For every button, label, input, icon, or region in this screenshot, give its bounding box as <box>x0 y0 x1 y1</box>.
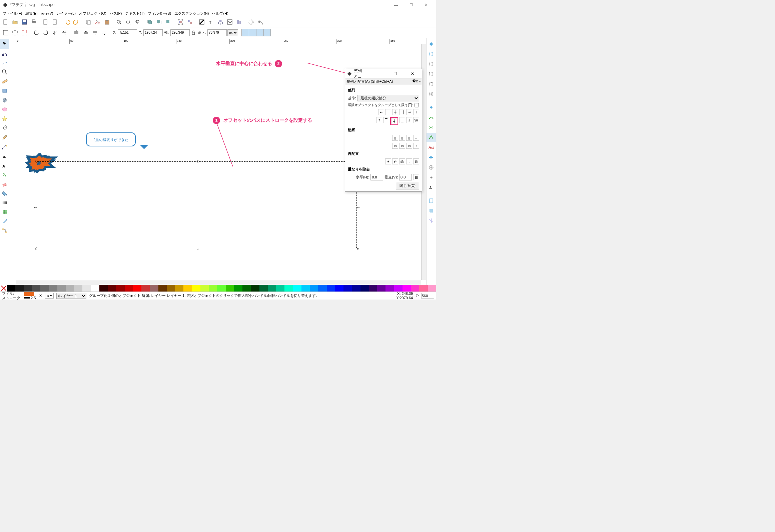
palette-swatch[interactable] <box>175 285 183 292</box>
palette-swatch[interactable] <box>74 285 82 292</box>
palette-swatch[interactable] <box>49 285 57 292</box>
calligraphy-tool[interactable] <box>0 151 9 161</box>
bezier-tool[interactable] <box>0 142 9 151</box>
palette-swatch[interactable] <box>167 285 175 292</box>
menu-view[interactable]: 表示(V) <box>40 10 55 17</box>
snap-bbox[interactable] <box>427 49 436 59</box>
unlink-clone-button[interactable] <box>164 18 173 26</box>
ellipse-tool[interactable] <box>0 105 9 114</box>
palette-swatch[interactable] <box>7 285 15 292</box>
palette-swatch[interactable] <box>209 285 217 292</box>
flip-v-button[interactable] <box>60 28 69 37</box>
snap-guide[interactable] <box>427 216 436 225</box>
snap-bbox-corner[interactable] <box>427 69 436 79</box>
snap-bbox-center[interactable] <box>427 89 436 99</box>
align-left[interactable]: ▏ <box>385 109 391 115</box>
dist-bottom[interactable]: ▭ <box>406 143 412 149</box>
palette-swatch[interactable] <box>276 285 284 292</box>
dialog-minimize[interactable]: — <box>371 71 386 76</box>
copy-button[interactable] <box>84 18 93 26</box>
x-input[interactable] <box>118 29 137 36</box>
flip-h-button[interactable] <box>51 28 59 37</box>
snap-toggle[interactable] <box>427 39 436 49</box>
fill-swatch[interactable] <box>24 292 34 296</box>
snap-midpoint[interactable] <box>427 153 436 162</box>
snap-grid[interactable] <box>427 206 436 215</box>
rotate-cw-button[interactable] <box>41 28 50 37</box>
palette-swatch[interactable] <box>284 285 293 292</box>
lock-gradient-button[interactable] <box>256 29 263 36</box>
dist-vcenter[interactable]: ▭ <box>399 143 405 149</box>
menu-text[interactable]: テキスト(T) <box>124 10 146 17</box>
unit-select[interactable]: px <box>227 29 238 36</box>
snap-center[interactable] <box>427 163 436 172</box>
horizontal-scrollbar[interactable] <box>16 280 421 285</box>
connector-tool[interactable] <box>0 226 9 235</box>
palette-swatch[interactable] <box>57 285 66 292</box>
spray-tool[interactable] <box>0 170 9 179</box>
maximize-button[interactable]: ☐ <box>404 0 419 10</box>
zoom-draw-button[interactable] <box>124 18 133 26</box>
palette-swatch[interactable] <box>158 285 167 292</box>
zoom-tool[interactable] <box>0 67 9 77</box>
paste-button[interactable] <box>103 18 111 26</box>
prefs-button[interactable] <box>247 18 255 26</box>
text-tool[interactable]: A <box>0 161 9 170</box>
palette-swatch[interactable] <box>125 285 133 292</box>
select-all-button[interactable] <box>1 28 10 37</box>
lock-stroke-button[interactable] <box>241 29 249 36</box>
lock-ratio-button[interactable] <box>190 28 196 37</box>
gradient-tool[interactable] <box>0 198 9 207</box>
zoom-page-button[interactable] <box>133 18 142 26</box>
no-fill-swatch[interactable] <box>0 285 7 292</box>
palette-swatch[interactable] <box>15 285 23 292</box>
doc-prefs-button[interactable] <box>256 18 265 26</box>
menu-extension[interactable]: エクステンション(N) <box>173 10 210 17</box>
palette-swatch[interactable] <box>385 285 394 292</box>
palette-swatch[interactable] <box>327 285 335 292</box>
open-button[interactable] <box>11 18 19 26</box>
group-checkbox[interactable] <box>415 103 419 107</box>
node-tool[interactable] <box>0 49 9 58</box>
dropper-tool[interactable] <box>0 217 9 226</box>
align-text[interactable]: T <box>413 109 419 115</box>
snap-text[interactable]: A <box>427 183 436 192</box>
palette-swatch[interactable] <box>24 285 32 292</box>
group-button[interactable] <box>176 18 185 26</box>
h-input[interactable] <box>207 29 227 36</box>
palette-swatch[interactable] <box>99 285 108 292</box>
redo-button[interactable] <box>72 18 81 26</box>
zoom-input[interactable] <box>422 293 434 299</box>
palette-swatch[interactable] <box>352 285 360 292</box>
palette-swatch[interactable] <box>82 285 91 292</box>
redis-unclump[interactable]: ∵ <box>406 158 412 164</box>
align-bottom[interactable]: ▁ <box>399 117 405 123</box>
redis-random[interactable]: ⁂ <box>399 158 405 164</box>
snap-bbox-mid[interactable] <box>427 79 436 89</box>
align-bottom-out[interactable]: ⤓ <box>406 117 412 123</box>
export-button[interactable] <box>51 18 59 26</box>
palette-swatch[interactable] <box>217 285 225 292</box>
palette-swatch[interactable] <box>377 285 385 292</box>
snap-intersect[interactable] <box>427 123 436 132</box>
xml-button[interactable]: <> <box>225 18 234 26</box>
y-input[interactable] <box>143 29 163 36</box>
deselect-button[interactable] <box>20 28 29 37</box>
menu-file[interactable]: ファイル(F) <box>1 10 23 17</box>
ver-input[interactable] <box>399 174 412 180</box>
snap-rotation[interactable] <box>427 173 436 182</box>
zoom-sel-button[interactable] <box>115 18 123 26</box>
palette-swatch[interactable] <box>301 285 310 292</box>
palette-swatch[interactable] <box>343 285 352 292</box>
rect-tool[interactable] <box>0 86 9 95</box>
palette-swatch[interactable] <box>108 285 116 292</box>
menu-help[interactable]: ヘルプ(H) <box>211 10 229 17</box>
align-button[interactable] <box>235 18 243 26</box>
palette-swatch[interactable] <box>133 285 141 292</box>
minimize-button[interactable]: — <box>389 0 404 10</box>
snap-smooth[interactable]: Hot <box>427 143 436 152</box>
spiral-tool[interactable] <box>0 123 9 133</box>
base-select[interactable]: 最後の選択部分 <box>357 95 419 101</box>
snap-cusp[interactable] <box>427 133 436 142</box>
dialog-titlebar[interactable]: 整列と... — ☐ ✕ <box>345 69 422 78</box>
